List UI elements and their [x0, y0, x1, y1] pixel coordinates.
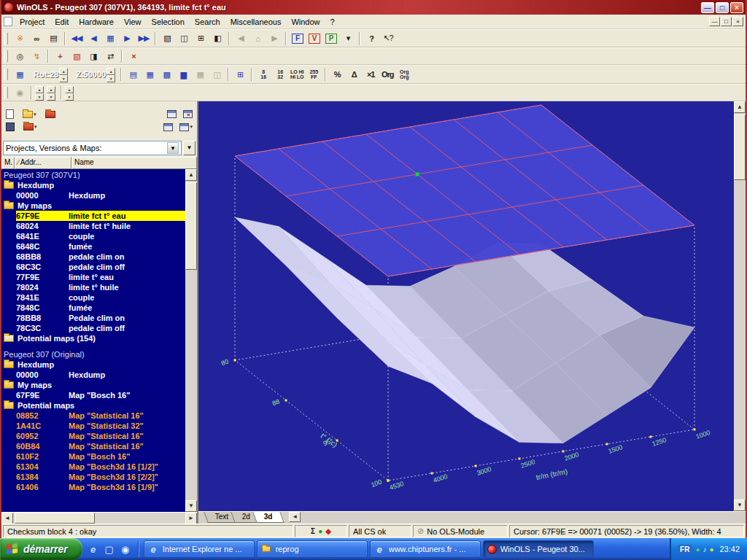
window-menu-icon[interactable]: ▾: [179, 122, 193, 132]
start-button[interactable]: démarrer: [0, 538, 82, 560]
scroll-right-icon[interactable]: ►: [185, 513, 197, 524]
taskbar-button[interactable]: ewww.chiptuners.fr - ...: [370, 540, 481, 558]
scroll-up-icon[interactable]: ▲: [734, 101, 746, 113]
help-icon[interactable]: ?: [363, 31, 379, 46]
save-project-icon[interactable]: [5, 122, 15, 132]
view-scrollbar[interactable]: ▲ ▼: [734, 101, 746, 511]
view-2d-icon[interactable]: ▦: [142, 67, 158, 82]
height-spinner[interactable]: ▲▼: [47, 86, 55, 99]
toolbar-grip[interactable]: [4, 33, 8, 44]
text-view-icon[interactable]: ▤: [125, 67, 141, 82]
add-map-icon[interactable]: +: [52, 49, 68, 63]
mdi-close-button[interactable]: ×: [732, 17, 743, 26]
sync-views-icon[interactable]: ⇄: [102, 49, 118, 63]
binoculars-search-icon[interactable]: ∞: [28, 31, 44, 46]
tree-map-item[interactable]: 7841Ecouple: [1, 292, 185, 303]
tree-scrollbar[interactable]: ▲ ▼: [185, 169, 197, 512]
tree-map-item[interactable]: 61304Map "Bosch3d 16 [1/2]": [1, 462, 185, 472]
spin-up-icon[interactable]: ▲: [35, 86, 44, 93]
tree-folder[interactable]: Potential maps (154): [1, 333, 185, 343]
column-header-name[interactable]: Name: [71, 157, 197, 169]
split-view-icon[interactable]: ◨: [85, 49, 101, 63]
taskbar-button[interactable]: WinOLS - Peugeot 30...: [483, 540, 594, 558]
tree-folder[interactable]: My maps: [1, 201, 185, 211]
spin-down-icon[interactable]: ▼: [107, 75, 115, 82]
org-version-icon[interactable]: OrgOrg: [396, 67, 412, 82]
tree-map-item[interactable]: 61406Map "Bosch3d 16 [1/9]": [1, 482, 185, 492]
scroll-thumb[interactable]: [734, 114, 746, 180]
tree-map-item[interactable]: 7848Cfumée: [1, 303, 185, 313]
zoom-spinner[interactable]: ▲▼: [107, 68, 115, 81]
byte-size-icon[interactable]: 816: [255, 67, 271, 82]
msn-quicklaunch-icon[interactable]: ◉: [119, 542, 132, 556]
menu-miscellaneous[interactable]: Miscellaneous: [225, 16, 287, 28]
new-window-icon[interactable]: [163, 122, 174, 132]
delta-icon[interactable]: Δ: [346, 67, 362, 82]
first-map-icon[interactable]: ◀◀: [69, 31, 85, 46]
scroll-down-icon[interactable]: ▼: [734, 499, 746, 511]
map-from-selection-icon[interactable]: ▧: [69, 49, 85, 63]
close-button[interactable]: ×: [730, 2, 743, 13]
maximize-button[interactable]: □: [716, 2, 729, 13]
factor-icon[interactable]: ×1: [363, 67, 379, 82]
menu-project[interactable]: Project: [15, 16, 50, 28]
tree-map-item[interactable]: 08852Map "Statistical 16": [1, 411, 185, 421]
spin-up-icon[interactable]: ▲: [59, 68, 68, 75]
ie-quicklaunch-icon[interactable]: e: [87, 542, 100, 556]
compare-versions-icon[interactable]: ◧: [209, 31, 225, 46]
menu-view[interactable]: View: [119, 16, 147, 28]
mdi-minimize-button[interactable]: —: [709, 17, 720, 26]
folder-view-icon[interactable]: F: [292, 34, 303, 44]
context-help-icon[interactable]: ↖?: [380, 31, 396, 46]
preview-icon[interactable]: ◎: [12, 49, 28, 63]
scroll-left-icon[interactable]: ◄: [1, 513, 13, 524]
column-header-m[interactable]: M.: [1, 157, 15, 169]
zoom-selection-icon[interactable]: ◫: [176, 31, 192, 46]
spin-down-icon[interactable]: ▼: [65, 93, 74, 101]
percent-icon[interactable]: %: [329, 67, 345, 82]
map-view-icon[interactable]: P: [325, 34, 337, 44]
new-version-icon[interactable]: [5, 109, 15, 120]
scroll-track[interactable]: [185, 181, 197, 500]
tree-map-item[interactable]: 60B84Map "Statistical 16": [1, 441, 185, 451]
toolbar-grip[interactable]: [4, 50, 8, 62]
selection-list-icon[interactable]: ▧: [159, 31, 175, 46]
export-file-icon[interactable]: ▾: [20, 122, 38, 131]
show-desktop-icon[interactable]: ▢: [103, 542, 116, 556]
window-overview-icon[interactable]: ⊞: [193, 31, 209, 46]
tree-map-item[interactable]: 68BB8pedale clim on: [1, 252, 185, 262]
tree-map-item[interactable]: 68024limite fct t° huile: [1, 221, 185, 231]
tree-folder[interactable]: My maps: [1, 380, 185, 390]
tree-folder[interactable]: Potential maps: [1, 400, 185, 411]
menu-hardware[interactable]: Hardware: [74, 16, 119, 28]
import-project-icon[interactable]: ※: [12, 31, 28, 46]
tree-map-item[interactable]: 6848Cfumée: [1, 241, 185, 252]
toolbar-grip[interactable]: [4, 69, 8, 80]
float-window-icon[interactable]: [166, 109, 177, 119]
tree-map-item[interactable]: 67F9EMap "Bosch 16": [1, 390, 185, 400]
spin-up-icon[interactable]: ▲: [47, 86, 55, 93]
spin-up-icon[interactable]: ▲: [65, 86, 74, 93]
tab-3d[interactable]: 3d: [253, 512, 285, 523]
offset-spinner[interactable]: ▲▼: [65, 86, 74, 99]
word-size-icon[interactable]: 1632: [272, 67, 288, 82]
panel-mode-combobox[interactable]: Projects, Versions & Maps: ▼: [3, 141, 182, 155]
map-3d-view[interactable]: 8088951004530400030002500200015001250100…: [198, 101, 734, 511]
dec-hex-icon[interactable]: 255FF: [306, 67, 322, 82]
close-map-window-icon[interactable]: [182, 109, 193, 119]
tree-map-item[interactable]: 610F2Map "Bosch 16": [1, 451, 185, 462]
spin-down-icon[interactable]: ▼: [47, 93, 55, 101]
spin-down-icon[interactable]: ▼: [59, 75, 68, 82]
language-indicator[interactable]: FR: [678, 545, 692, 554]
map-tree[interactable]: Peugeot 307 (307V1)Hexdump00000HexdumpMy…: [1, 169, 185, 512]
scroll-track[interactable]: [13, 513, 185, 524]
tree-map-item[interactable]: 77F9Elimite t° eau: [1, 272, 185, 282]
tree-map-item[interactable]: 6841Ecouple: [1, 231, 185, 241]
width-spinner[interactable]: ▲▼: [35, 86, 44, 99]
scroll-down-icon[interactable]: ▼: [185, 500, 197, 512]
rotation-field[interactable]: Rot:28 ▲▼: [28, 68, 70, 81]
signature-search-icon[interactable]: ↯: [28, 49, 44, 63]
menu-edit[interactable]: Edit: [50, 16, 74, 28]
dropdown-arrow-icon[interactable]: ▾: [34, 124, 37, 130]
map-3d-chart[interactable]: 8088951004530400030002500200015001250100…: [198, 101, 734, 511]
